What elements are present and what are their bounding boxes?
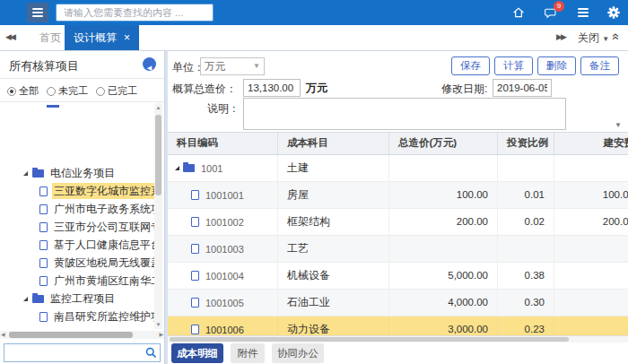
tree-item[interactable]: 黄陂区地税局无线覆盖 (0, 254, 154, 272)
collaboration-button[interactable]: 协同办公 (272, 343, 324, 363)
table-header: 科目编码 成本科目 总造价(万元) 投资比例 建安费 (168, 133, 628, 155)
apps-icon[interactable] (576, 5, 590, 20)
tab-design-estimate[interactable]: 设计概算 (65, 25, 139, 50)
filter-all[interactable]: 全部 (7, 84, 39, 98)
total-cost-label: 概算总造价： (172, 82, 237, 97)
tree-search-input[interactable] (4, 346, 146, 361)
tree-folder[interactable]: 电信业务项目 (0, 164, 154, 182)
top-bar: 9 (0, 0, 628, 25)
tree-item[interactable]: 三亚市分公司互联网专线接入服 (0, 218, 154, 236)
table-row[interactable]: 1001002 框架结构 200.00 0.02 200.00 (168, 209, 628, 236)
divider (0, 78, 164, 79)
estimate-panel: 单位： 万元 保存 计算 删除 备注 概算总造价： 万元 修改日期: 说明： 科… (168, 51, 628, 364)
jianan-cell: 200.00 (554, 209, 628, 235)
scroll-up-icon[interactable] (154, 105, 162, 110)
chevron-down-icon (253, 58, 260, 74)
scroll-left-icon[interactable] (1, 331, 5, 339)
tree-item-selected[interactable]: 三亚数字化城市监控系统 (0, 182, 154, 200)
scrollbar-thumb[interactable] (155, 115, 161, 195)
settings-gear-icon[interactable] (606, 5, 621, 20)
tree-item[interactable]: 广州市黄埔区红南华二街路灯监 (0, 272, 154, 290)
tree-horizontal-scrollbar[interactable] (0, 331, 164, 339)
modified-date-label: 修改日期: (441, 82, 487, 97)
expand-icon[interactable] (175, 166, 179, 170)
tab-close-icon[interactable] (124, 32, 130, 43)
subject-code: 1001005 (205, 290, 244, 316)
cost-detail-button[interactable]: 成本明细 (171, 343, 223, 363)
table-row[interactable]: 1001003 工艺 (168, 236, 628, 263)
filter-finished[interactable]: 已完工 (96, 84, 137, 98)
file-icon (191, 325, 199, 334)
table-row[interactable]: 1001004 机械设备 5,000.00 0.38 (168, 263, 628, 290)
subject-name: 土建 (278, 155, 389, 181)
home-icon[interactable] (511, 5, 526, 20)
jianan-cell (554, 236, 628, 262)
collapse-up-icon[interactable] (609, 33, 624, 40)
scroll-right-icon[interactable] (159, 331, 163, 339)
radio-icon[interactable] (47, 87, 56, 96)
ratio-cell: 0.01 (498, 182, 554, 208)
table-row-selected[interactable]: 1001006 动力设备 3,000.00 0.23 (168, 316, 628, 336)
collapse-form-icon[interactable] (615, 121, 622, 129)
subject-name: 动力设备 (278, 316, 389, 336)
total-cost-cell: 200.00 (389, 209, 498, 235)
scroll-down-icon[interactable] (154, 322, 162, 327)
file-icon (39, 258, 48, 268)
scrollbar-thumb[interactable] (170, 337, 569, 342)
remark-button[interactable]: 备注 (580, 56, 619, 75)
tree-item-label: 监控工程项目 (48, 290, 119, 307)
filter-label: 已完工 (108, 84, 137, 98)
notification-badge: 9 (554, 1, 564, 12)
expand-icon[interactable] (23, 297, 28, 301)
description-textarea[interactable] (243, 98, 566, 130)
unit-select[interactable]: 万元 (200, 57, 265, 75)
delete-button[interactable]: 删除 (537, 56, 576, 75)
total-cost-input[interactable] (243, 79, 301, 97)
file-icon (191, 298, 199, 308)
table-row[interactable]: 1001005 石油工业 4,000.00 0.30 (168, 290, 628, 316)
save-button[interactable]: 保存 (451, 56, 490, 75)
column-header-total[interactable]: 总造价(万元) (389, 133, 498, 154)
tree-vertical-scrollbar[interactable] (154, 103, 162, 329)
folder-icon (32, 169, 44, 178)
global-search-input[interactable] (56, 4, 214, 22)
calculate-button[interactable]: 计算 (494, 56, 533, 75)
file-icon (191, 217, 199, 227)
radio-icon[interactable] (7, 87, 16, 96)
search-icon[interactable] (144, 346, 158, 360)
tree-item[interactable]: 南昌研究所监控维护项目 (0, 308, 154, 325)
total-cost-cell: 4,000.00 (389, 290, 498, 316)
tree-item[interactable]: 基于人口健康信息平台的区域分 (0, 236, 154, 254)
column-header-code[interactable]: 科目编码 (168, 133, 278, 154)
jianan-cell (554, 316, 628, 336)
table-row[interactable]: 1001 土建 (168, 155, 628, 182)
project-sidebar: 所有核算项目 全部 未完工 已完工 电信业务项目 三亚数字化城市监控系统 广州市… (0, 51, 165, 364)
expand-icon[interactable] (23, 171, 28, 176)
subject-code: 1001004 (205, 264, 244, 289)
tree-item[interactable]: 广州市电子政务系统项目 (0, 200, 154, 218)
tabs-scroll-left-icon[interactable] (5, 32, 14, 41)
modified-date-input[interactable] (493, 79, 552, 97)
scrollbar-thumb[interactable] (9, 332, 133, 338)
column-header-subject[interactable]: 成本科目 (278, 133, 389, 154)
filter-unfinished[interactable]: 未完工 (47, 84, 88, 98)
tree-folder[interactable]: 监控工程项目 (0, 290, 154, 308)
total-cost-unit: 万元 (306, 81, 327, 96)
tree-item[interactable]: 国光监控项目 (0, 325, 154, 329)
sidebar-collapse-button[interactable] (143, 57, 156, 71)
tabs-scroll-right-icon[interactable] (556, 32, 565, 41)
jianan-cell (554, 263, 628, 289)
radio-icon[interactable] (96, 87, 105, 96)
column-header-jianan[interactable]: 建安费 (554, 133, 628, 154)
table-horizontal-scrollbar[interactable] (168, 335, 628, 342)
status-filter-group: 全部 未完工 已完工 (7, 84, 137, 98)
close-tabs-dropdown[interactable]: 关闭 (578, 25, 609, 50)
subject-code: 1001003 (205, 237, 244, 262)
ratio-cell (498, 236, 554, 262)
table-row[interactable]: 1001001 房屋 100.00 0.01 100.00 (168, 182, 628, 209)
attachment-button[interactable]: 附件 (231, 343, 265, 363)
ratio-cell: 0.38 (498, 263, 554, 289)
hamburger-menu-icon[interactable] (27, 3, 48, 22)
column-header-ratio[interactable]: 投资比例 (498, 133, 554, 154)
tab-label: 设计概算 (74, 30, 117, 46)
